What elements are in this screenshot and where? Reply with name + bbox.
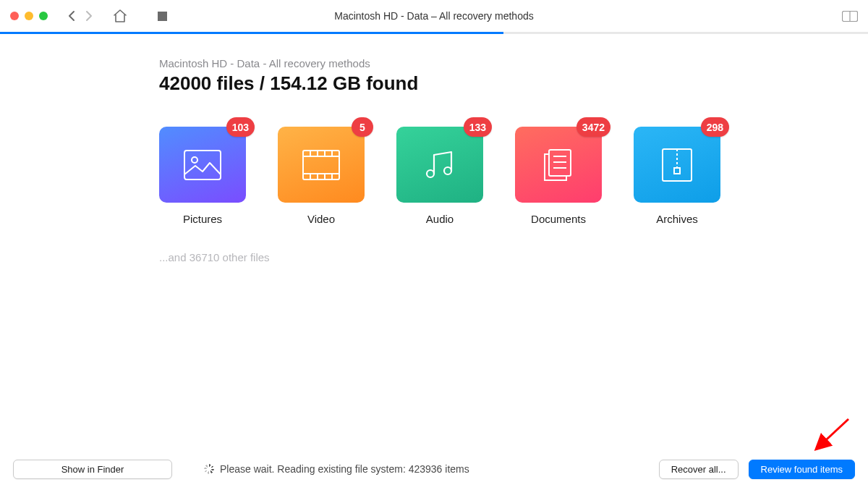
category-tiles: 103 Pictures 5	[159, 127, 868, 225]
titlebar: Macintosh HD - Data – All recovery metho…	[0, 0, 868, 32]
zoom-window-button[interactable]	[39, 12, 48, 20]
nav-arrows	[68, 10, 93, 22]
tile-card	[396, 127, 483, 203]
breadcrumb: Macintosh HD - Data - All recovery metho…	[159, 57, 868, 69]
footer-bar: Show in Finder Please wait. Reading exis…	[0, 448, 868, 490]
svg-rect-0	[158, 12, 167, 21]
tile-label: Video	[278, 213, 365, 225]
tile-badge: 103	[226, 117, 255, 137]
documents-icon	[540, 148, 576, 182]
pictures-icon	[184, 150, 221, 180]
tile-documents[interactable]: 3472 Documents	[515, 127, 602, 225]
minimize-window-button[interactable]	[25, 12, 33, 20]
stop-icon	[158, 12, 167, 21]
archives-icon	[661, 148, 693, 182]
chevron-right-icon	[85, 10, 93, 22]
svg-point-17	[444, 167, 451, 174]
scan-progress-bar	[0, 32, 868, 34]
tile-video[interactable]: 5 Video	[278, 127, 365, 225]
svg-rect-5	[303, 151, 339, 179]
tile-pictures[interactable]: 103 Pictures	[159, 127, 246, 225]
review-found-items-button[interactable]: Review found items	[749, 460, 855, 479]
split-view-icon	[842, 11, 858, 22]
nav-back-button[interactable]	[68, 10, 75, 22]
traffic-lights	[10, 12, 48, 20]
audio-icon	[422, 148, 457, 182]
spinner-icon	[204, 464, 214, 474]
tile-card	[634, 127, 720, 203]
tile-label: Pictures	[159, 213, 246, 225]
tile-label: Archives	[634, 213, 720, 225]
home-button[interactable]	[113, 9, 127, 22]
tile-badge: 133	[464, 117, 492, 137]
show-in-finder-button[interactable]: Show in Finder	[13, 460, 172, 479]
tile-label: Documents	[515, 213, 602, 225]
svg-rect-24	[674, 168, 680, 174]
stop-scan-button[interactable]	[158, 12, 167, 21]
svg-rect-3	[184, 151, 221, 179]
recover-all-button[interactable]: Recover all...	[659, 460, 739, 479]
tile-card	[515, 127, 602, 203]
tile-audio[interactable]: 133 Audio	[396, 127, 483, 225]
tile-label: Audio	[396, 213, 483, 225]
tile-badge: 5	[352, 117, 373, 137]
svg-point-16	[427, 170, 434, 177]
svg-line-25	[817, 419, 848, 448]
video-icon	[302, 150, 340, 180]
tile-card	[159, 127, 246, 203]
close-window-button[interactable]	[10, 12, 19, 20]
view-mode-toggle[interactable]	[842, 11, 858, 22]
main-content: Macintosh HD - Data - All recovery metho…	[0, 34, 868, 263]
window-title: Macintosh HD - Data – All recovery metho…	[0, 10, 868, 22]
nav-forward-button[interactable]	[85, 10, 93, 22]
scan-summary-heading: 42000 files / 154.12 GB found	[159, 72, 868, 95]
home-icon	[113, 9, 127, 22]
tile-archives[interactable]: 298 Archives	[634, 127, 720, 225]
scan-status-text: Please wait. Reading existing file syste…	[220, 463, 469, 475]
chevron-left-icon	[68, 10, 75, 22]
svg-point-4	[192, 157, 197, 163]
scan-status: Please wait. Reading existing file syste…	[204, 463, 649, 475]
tile-badge: 3472	[576, 117, 610, 137]
other-files-text: ...and 36710 other files	[159, 251, 868, 263]
scan-progress-fill	[0, 32, 503, 34]
tile-badge: 298	[701, 117, 729, 137]
tile-card	[278, 127, 365, 203]
